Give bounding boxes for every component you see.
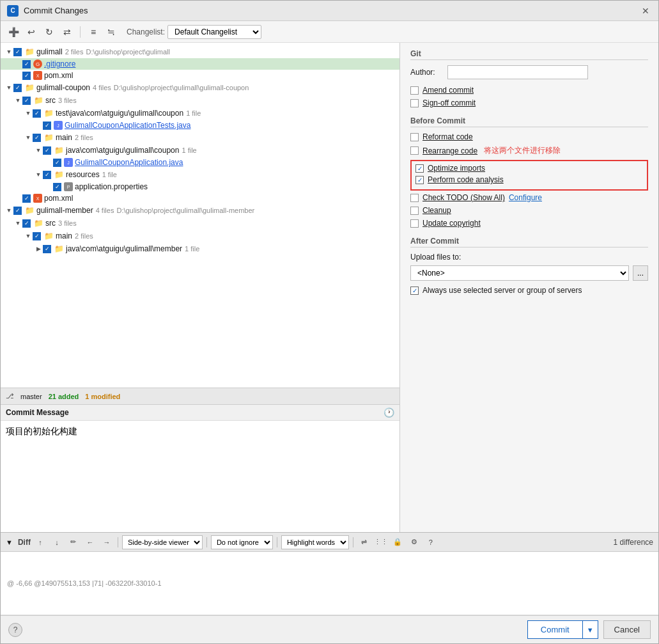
checkbox-main-member[interactable] <box>33 232 41 240</box>
expand-main-coupon[interactable]: ▼ <box>24 133 33 142</box>
right-panel: Git Author: Amend commit Sign-off commit… <box>400 43 658 532</box>
commit-button[interactable]: Commit <box>527 620 582 639</box>
checkbox-test[interactable] <box>33 109 41 118</box>
checkbox-gitignore[interactable] <box>22 60 31 68</box>
changelist-dropdown[interactable]: Default Changelist <box>167 25 261 39</box>
expand-src-coupon[interactable]: ▼ <box>13 96 22 105</box>
tree-item-resources[interactable]: ▼ 📁 resources 1 file <box>1 168 399 181</box>
tree-item-test[interactable]: ▼ 📁 test\java\com\atguigu\gulimall\coupo… <box>1 107 399 120</box>
checkbox-main-coupon[interactable] <box>33 134 41 142</box>
checkbox-coupon[interactable] <box>13 84 22 92</box>
tree-item-src-member[interactable]: ▼ 📁 src 3 files <box>1 217 399 230</box>
checkbox-src-member[interactable] <box>22 219 31 228</box>
tree-item-gitignore[interactable]: G .gitignore <box>1 58 399 70</box>
checkbox-java-coupon[interactable] <box>43 146 51 155</box>
diff-lock-button[interactable]: 🔒 <box>391 535 405 549</box>
highlight-dropdown[interactable]: Highlight words <box>281 535 349 549</box>
add-button[interactable]: ➕ <box>6 24 21 40</box>
perform-code-checkbox[interactable] <box>415 176 424 184</box>
expand-button[interactable]: ≒ <box>104 24 119 40</box>
check-todo-checkbox[interactable] <box>410 194 419 202</box>
always-use-checkbox[interactable] <box>410 287 419 295</box>
sign-off-checkbox[interactable] <box>410 99 419 107</box>
tree-item-pom1[interactable]: X pom.xml <box>1 70 399 81</box>
rearrange-code-checkbox[interactable] <box>410 146 419 155</box>
close-button[interactable]: ✕ <box>639 4 652 17</box>
diff-forward-button[interactable]: → <box>100 535 114 549</box>
rearrange-code-label[interactable]: Rearrange code <box>423 146 477 155</box>
ignore-dropdown[interactable]: Do not ignore <box>211 535 273 549</box>
diff-help-button[interactable]: ? <box>424 535 438 549</box>
expand-java-coupon[interactable]: ▼ <box>34 146 43 155</box>
diff-back-button[interactable]: ← <box>83 535 97 549</box>
git-section-header: Git <box>410 49 648 60</box>
diff-edit-button[interactable]: ✏ <box>66 535 81 549</box>
expand-src-member[interactable]: ▼ <box>13 219 22 228</box>
checkbox-pom1[interactable] <box>22 72 31 80</box>
expand-diff-icon[interactable]: ▼ <box>6 538 13 546</box>
cancel-button[interactable]: Cancel <box>603 620 651 639</box>
undo-button[interactable]: ↩ <box>24 24 39 40</box>
reformat-code-label[interactable]: Reformat code <box>423 132 473 141</box>
tree-item-app-java[interactable]: J GulimallCouponApplication.java <box>1 157 399 168</box>
tree-item-tests-java[interactable]: J GulimallCouponApplicationTests.java <box>1 120 399 131</box>
tree-item-java-member[interactable]: ▶ 📁 java\com\atguigu\gulimall\member 1 f… <box>1 242 399 255</box>
commit-dropdown-button[interactable]: ▼ <box>582 620 598 639</box>
changelist-label: Changelist: <box>127 27 165 36</box>
tree-item-pom-coupon[interactable]: X pom.xml <box>1 192 399 204</box>
help-button[interactable]: ? <box>8 623 22 637</box>
diff-up-button[interactable]: ↑ <box>33 535 47 549</box>
checkbox-member[interactable] <box>13 207 22 215</box>
cleanup-checkbox[interactable] <box>410 207 419 215</box>
tree-item-main-coupon[interactable]: ▼ 📁 main 2 files <box>1 131 399 144</box>
author-input[interactable] <box>447 65 588 79</box>
expand-resources[interactable]: ▼ <box>34 170 43 179</box>
amend-commit-checkbox[interactable] <box>410 86 419 95</box>
refresh-button[interactable]: ↻ <box>42 24 57 40</box>
checkbox-app-java[interactable] <box>53 159 61 167</box>
history-icon[interactable]: 🕐 <box>384 407 394 418</box>
expand-arrow[interactable]: ▼ <box>4 47 13 56</box>
expand-main-member[interactable]: ▼ <box>24 232 33 240</box>
expand-arrow-coupon[interactable]: ▼ <box>4 83 13 92</box>
diff-cols-button[interactable]: ⋮⋮ <box>374 535 388 549</box>
tree-item-java-coupon[interactable]: ▼ 📁 java\com\atguigu\gulimall\coupon 1 f… <box>1 144 399 157</box>
checkbox-app-props[interactable] <box>53 183 61 191</box>
checkbox-tests-java[interactable] <box>43 122 51 130</box>
tree-item-gulimall[interactable]: ▼ 📁 gulimall 2 files D:\gulishop\project… <box>1 45 399 58</box>
expand-test[interactable]: ▼ <box>24 109 33 118</box>
amend-commit-label[interactable]: Amend commit <box>423 86 474 95</box>
configure-link[interactable]: Configure <box>509 193 542 202</box>
tree-item-main-member[interactable]: ▼ 📁 main 2 files <box>1 230 399 242</box>
diff-settings-button[interactable]: ⚙ <box>407 535 421 549</box>
update-copyright-checkbox[interactable] <box>410 219 419 228</box>
move-button[interactable]: ⇄ <box>59 24 75 40</box>
check-todo-label[interactable]: Check TODO (Show All) <box>423 193 505 202</box>
server-dropdown[interactable]: <None> <box>410 265 629 281</box>
tree-item-member[interactable]: ▼ 📁 gulimall-member 4 files D:\gulishop\… <box>1 204 399 217</box>
collapse-button[interactable]: ≡ <box>86 24 101 40</box>
optimize-imports-label[interactable]: Optimize imports <box>428 164 485 173</box>
tree-item-app-props[interactable]: P application.properties <box>1 181 399 192</box>
diff-down-button[interactable]: ↓ <box>50 535 64 549</box>
server-dots-button[interactable]: ... <box>633 265 648 281</box>
update-copyright-label[interactable]: Update copyright <box>423 219 481 228</box>
checkbox-pom-coupon[interactable] <box>22 194 31 203</box>
folder-main-icon: 📁 <box>43 132 54 143</box>
commit-message-input[interactable] <box>1 421 399 532</box>
reformat-code-checkbox[interactable] <box>410 133 419 141</box>
viewer-dropdown[interactable]: Side-by-side viewer <box>122 535 203 549</box>
perform-code-label[interactable]: Perform code analysis <box>428 175 504 184</box>
checkbox-resources[interactable] <box>43 171 51 179</box>
diff-align-button[interactable]: ⇌ <box>357 535 371 549</box>
sign-off-label[interactable]: Sign-off commit <box>423 98 476 107</box>
expand-member[interactable]: ▼ <box>4 206 13 215</box>
checkbox-java-member[interactable] <box>43 245 51 253</box>
cleanup-label[interactable]: Cleanup <box>423 206 451 215</box>
checkbox-src-coupon[interactable] <box>22 97 31 105</box>
checkbox-gulimall[interactable] <box>13 48 22 56</box>
optimize-imports-checkbox[interactable] <box>415 164 424 173</box>
tree-item-src-coupon[interactable]: ▼ 📁 src 3 files <box>1 94 399 107</box>
expand-java-member[interactable]: ▶ <box>34 244 43 253</box>
tree-item-coupon[interactable]: ▼ 📁 gulimall-coupon 4 files D:\gulishop\… <box>1 81 399 94</box>
